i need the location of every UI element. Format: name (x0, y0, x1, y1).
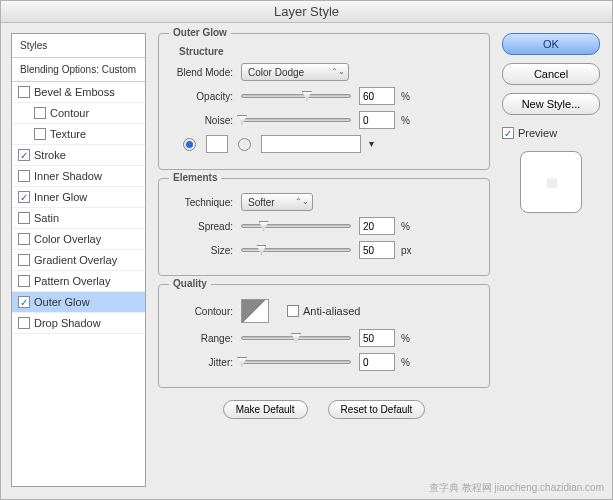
style-checkbox[interactable] (34, 107, 46, 119)
preview-checkbox[interactable] (502, 127, 514, 139)
noise-unit: % (401, 115, 410, 126)
layer-style-dialog: Layer Style Styles Blending Options: Cus… (0, 0, 613, 500)
style-item-color-overlay[interactable]: Color Overlay (12, 229, 145, 250)
style-item-label: Inner Glow (34, 191, 87, 203)
size-slider[interactable] (241, 248, 351, 252)
style-checkbox[interactable] (18, 296, 30, 308)
spread-label: Spread: (169, 221, 241, 232)
spread-unit: % (401, 221, 410, 232)
sidebar-heading-styles[interactable]: Styles (12, 34, 145, 58)
watermark: 查字典 教程网 jiaocheng.chazidian.com (429, 481, 604, 495)
opacity-slider[interactable] (241, 94, 351, 98)
style-item-label: Contour (50, 107, 89, 119)
color-radio[interactable] (183, 138, 196, 151)
slider-knob-icon[interactable] (302, 91, 312, 101)
slider-knob-icon[interactable] (256, 245, 266, 255)
jitter-input[interactable] (359, 353, 395, 371)
noise-slider[interactable] (241, 118, 351, 122)
style-item-label: Gradient Overlay (34, 254, 117, 266)
structure-heading: Structure (179, 46, 479, 57)
style-item-label: Color Overlay (34, 233, 101, 245)
window-title: Layer Style (274, 4, 339, 19)
elements-legend: Elements (169, 172, 221, 183)
defaults-row: Make Default Reset to Default (158, 400, 490, 419)
size-unit: px (401, 245, 412, 256)
dialog-body: Styles Blending Options: Custom Bevel & … (1, 23, 612, 499)
style-item-label: Stroke (34, 149, 66, 161)
style-item-bevel-emboss[interactable]: Bevel & Emboss (12, 82, 145, 103)
title-bar: Layer Style (1, 1, 612, 23)
style-item-label: Inner Shadow (34, 170, 102, 182)
style-item-drop-shadow[interactable]: Drop Shadow (12, 313, 145, 334)
blend-mode-label: Blend Mode: (169, 67, 241, 78)
preview-thumbnail (520, 151, 582, 213)
spread-slider[interactable] (241, 224, 351, 228)
opacity-label: Opacity: (169, 91, 241, 102)
style-item-texture[interactable]: Texture (12, 124, 145, 145)
style-item-pattern-overlay[interactable]: Pattern Overlay (12, 271, 145, 292)
style-checkbox[interactable] (18, 170, 30, 182)
technique-label: Technique: (169, 197, 241, 208)
cancel-button[interactable]: Cancel (502, 63, 600, 85)
gradient-radio[interactable] (238, 138, 251, 151)
style-item-satin[interactable]: Satin (12, 208, 145, 229)
new-style-button[interactable]: New Style... (502, 93, 600, 115)
style-item-outer-glow[interactable]: Outer Glow (12, 292, 145, 313)
noise-label: Noise: (169, 115, 241, 126)
opacity-unit: % (401, 91, 410, 102)
opacity-input[interactable] (359, 87, 395, 105)
size-input[interactable] (359, 241, 395, 259)
make-default-button[interactable]: Make Default (223, 400, 308, 419)
noise-input[interactable] (359, 111, 395, 129)
slider-knob-icon[interactable] (291, 333, 301, 343)
outer-glow-legend: Outer Glow (169, 27, 231, 38)
technique-select[interactable]: Softer (241, 193, 313, 211)
range-slider[interactable] (241, 336, 351, 340)
style-item-inner-shadow[interactable]: Inner Shadow (12, 166, 145, 187)
style-item-label: Drop Shadow (34, 317, 101, 329)
sidebar-heading-blending[interactable]: Blending Options: Custom (12, 58, 145, 82)
settings-panel: Outer Glow Structure Blend Mode: Color D… (158, 33, 490, 487)
style-item-stroke[interactable]: Stroke (12, 145, 145, 166)
reset-default-button[interactable]: Reset to Default (328, 400, 426, 419)
contour-label: Contour: (169, 306, 241, 317)
style-checkbox[interactable] (34, 128, 46, 140)
styles-sidebar: Styles Blending Options: Custom Bevel & … (11, 33, 146, 487)
blend-mode-select[interactable]: Color Dodge (241, 63, 349, 81)
style-checkbox[interactable] (18, 86, 30, 98)
spread-input[interactable] (359, 217, 395, 235)
outer-glow-group: Outer Glow Structure Blend Mode: Color D… (158, 33, 490, 170)
style-item-label: Pattern Overlay (34, 275, 110, 287)
style-item-label: Satin (34, 212, 59, 224)
preview-label: Preview (518, 127, 557, 139)
ok-button[interactable]: OK (502, 33, 600, 55)
anti-aliased-checkbox[interactable] (287, 305, 299, 317)
range-input[interactable] (359, 329, 395, 347)
range-unit: % (401, 333, 410, 344)
style-checkbox[interactable] (18, 149, 30, 161)
right-panel: OK Cancel New Style... Preview (502, 33, 600, 487)
style-item-contour[interactable]: Contour (12, 103, 145, 124)
style-checkbox[interactable] (18, 317, 30, 329)
style-checkbox[interactable] (18, 191, 30, 203)
style-item-gradient-overlay[interactable]: Gradient Overlay (12, 250, 145, 271)
anti-aliased-label: Anti-aliased (303, 305, 360, 317)
gradient-picker[interactable] (261, 135, 361, 153)
style-checkbox[interactable] (18, 233, 30, 245)
style-checkbox[interactable] (18, 212, 30, 224)
contour-picker[interactable] (241, 299, 269, 323)
jitter-slider[interactable] (241, 360, 351, 364)
style-item-label: Texture (50, 128, 86, 140)
range-label: Range: (169, 333, 241, 344)
style-checkbox[interactable] (18, 275, 30, 287)
elements-group: Elements Technique: Softer Spread: % Siz… (158, 178, 490, 276)
style-item-label: Outer Glow (34, 296, 90, 308)
slider-knob-icon[interactable] (259, 221, 269, 231)
color-swatch[interactable] (206, 135, 228, 153)
style-item-inner-glow[interactable]: Inner Glow (12, 187, 145, 208)
jitter-label: Jitter: (169, 357, 241, 368)
quality-legend: Quality (169, 278, 211, 289)
style-list: Bevel & EmbossContourTextureStrokeInner … (12, 82, 145, 486)
style-checkbox[interactable] (18, 254, 30, 266)
style-item-label: Bevel & Emboss (34, 86, 115, 98)
